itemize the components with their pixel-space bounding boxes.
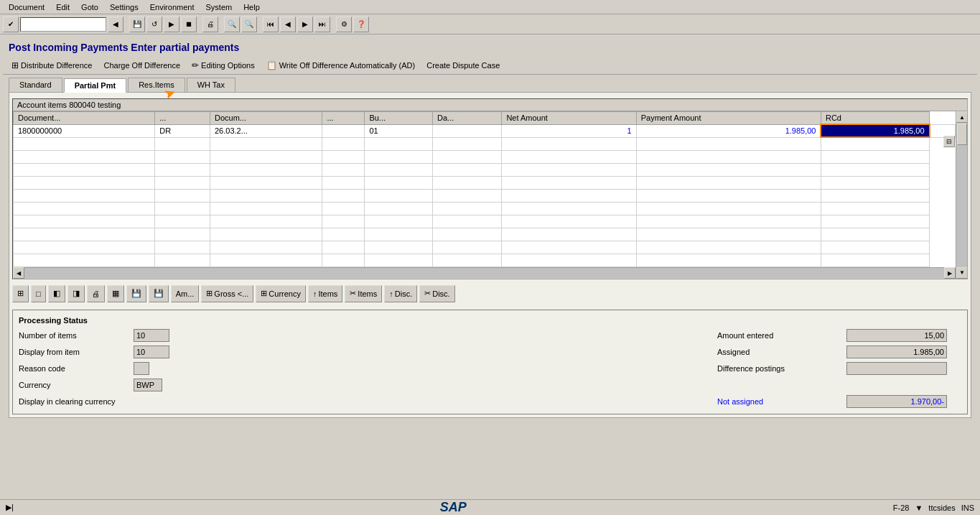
- tab-partial-pmt[interactable]: Partial Pmt: [64, 78, 126, 93]
- table-row: [14, 189, 956, 202]
- tab-wh-tax[interactable]: WH Tax: [187, 78, 235, 92]
- func-btn-4[interactable]: ◨: [67, 285, 85, 302]
- amount-entered-input[interactable]: [846, 329, 947, 342]
- assigned-input[interactable]: [846, 345, 947, 358]
- func-icon-1: ⊞: [17, 289, 24, 298]
- distribute-icon: ⊞: [11, 60, 19, 70]
- not-assigned-link[interactable]: Not assigned: [717, 397, 846, 406]
- difference-postings-label: Difference postings: [717, 364, 846, 373]
- func-icon-4: ◨: [73, 289, 80, 298]
- save-btn[interactable]: 💾: [129, 17, 145, 32]
- refresh-btn[interactable]: ↺: [146, 17, 162, 32]
- cell-payment-amount[interactable]: 1.985,00: [821, 124, 929, 137]
- prev-page-btn[interactable]: ◀: [280, 17, 296, 32]
- func-btn-save1[interactable]: 💾: [126, 285, 146, 302]
- toolbar-search-input[interactable]: [20, 17, 106, 32]
- editing-options-btn[interactable]: ✏ Editing Options: [189, 60, 258, 71]
- table-row: [14, 163, 956, 176]
- insert-mode: INS: [961, 504, 974, 512]
- currency-btn[interactable]: ⊞ Currency: [256, 285, 306, 302]
- write-off-btn[interactable]: 📋 Write Off Difference Automatically (AD…: [263, 60, 419, 71]
- last-page-btn[interactable]: ⏭: [314, 17, 330, 32]
- charge-off-label: Charge Off Difference: [103, 61, 180, 70]
- col-da: Da...: [433, 112, 502, 125]
- create-dispute-btn[interactable]: Create Dispute Case: [424, 60, 503, 70]
- settings-btn[interactable]: ⚙: [336, 17, 352, 32]
- scroll-track-vertical[interactable]: [956, 123, 967, 267]
- table-settings-icon[interactable]: ⊟: [943, 136, 955, 147]
- display-clearing-label: Display in clearing currency: [19, 397, 134, 406]
- scroll-track-horizontal[interactable]: [24, 268, 944, 278]
- assigned-label: Assigned: [717, 348, 846, 356]
- col-rcd: RCd: [821, 112, 929, 125]
- number-of-items-input[interactable]: [134, 329, 169, 342]
- distribute-difference-btn[interactable]: ⊞ Distribute Difference: [9, 60, 95, 71]
- items2-btn[interactable]: ✂ Items: [345, 285, 382, 302]
- func-btn-2[interactable]: □: [31, 285, 46, 302]
- print-icon: 🖨: [92, 289, 100, 298]
- status-bar-left: ▶|: [6, 503, 14, 512]
- currency-input[interactable]: [134, 379, 162, 391]
- scroll-up-btn[interactable]: ▲: [956, 111, 968, 123]
- items2-icon: ✂: [350, 289, 356, 298]
- not-assigned-input[interactable]: [846, 395, 947, 408]
- tab-standard[interactable]: Standard: [9, 78, 62, 92]
- next-page-btn[interactable]: ▶: [297, 17, 313, 32]
- menu-document[interactable]: Document: [3, 1, 50, 13]
- print-btn[interactable]: 🖨: [202, 17, 218, 32]
- sap-logo: SAP: [14, 500, 893, 515]
- find-next-btn[interactable]: 🔍: [241, 17, 257, 32]
- scroll-down-btn[interactable]: ▼: [956, 267, 968, 279]
- stop-btn[interactable]: ⏹: [181, 17, 197, 32]
- find-btn[interactable]: 🔍: [224, 17, 240, 32]
- scroll-right-btn[interactable]: ▶: [944, 267, 956, 279]
- disc2-label: Disc.: [432, 289, 449, 298]
- checkmark-btn[interactable]: ✔: [3, 17, 19, 32]
- horizontal-scrollbar[interactable]: ◀ ▶: [13, 267, 956, 279]
- scroll-thumb[interactable]: [957, 124, 967, 145]
- difference-postings-input[interactable]: [846, 362, 947, 375]
- func-btn-print[interactable]: 🖨: [87, 285, 105, 302]
- display-from-item-input[interactable]: [134, 345, 169, 358]
- table-row: [14, 254, 956, 266]
- editing-label: Editing Options: [201, 61, 255, 70]
- sap-logo-text: SAP: [440, 500, 467, 515]
- execute-btn[interactable]: ▶: [164, 17, 179, 32]
- items1-btn[interactable]: ↑ Items: [308, 285, 342, 302]
- disc1-btn[interactable]: ↑ Disc.: [384, 285, 417, 302]
- reason-code-input[interactable]: [134, 362, 149, 375]
- gross-btn[interactable]: ⊞ Gross <...: [201, 285, 253, 302]
- disc2-btn[interactable]: ✂ Disc.: [419, 285, 454, 302]
- charge-off-difference-btn[interactable]: Charge Off Difference: [101, 60, 183, 70]
- help-btn[interactable]: ❓: [353, 17, 369, 32]
- table-row[interactable]: 1800000000 DR 26.03.2... 01 1 1.985,00 1…: [14, 124, 956, 137]
- menu-goto[interactable]: Goto: [75, 1, 104, 13]
- write-off-icon: 📋: [266, 60, 277, 70]
- menu-system[interactable]: System: [200, 1, 238, 13]
- func-btn-5[interactable]: ▦: [107, 285, 124, 302]
- transaction-dropdown-icon[interactable]: ▼: [915, 504, 923, 512]
- tab-res-items[interactable]: Res.Items: [128, 78, 185, 92]
- menu-settings[interactable]: Settings: [104, 1, 144, 13]
- menu-help[interactable]: Help: [238, 1, 266, 13]
- first-page-btn[interactable]: ⏮: [263, 17, 279, 32]
- currency-label: Currency: [19, 381, 134, 389]
- main-content: Post Incoming Payments Enter partial pay…: [0, 34, 980, 424]
- bottom-toolbar: ⊞ □ ◧ ◨ 🖨 ▦ 💾 💾 Am...: [12, 282, 968, 305]
- func-btn-1[interactable]: ⊞: [12, 285, 29, 302]
- am-btn[interactable]: Am...: [171, 285, 200, 302]
- cell-bu: 01: [365, 124, 433, 137]
- menu-edit[interactable]: Edit: [50, 1, 75, 13]
- table-title: Account items 800040 testing: [13, 99, 967, 111]
- func-btn-save2[interactable]: 💾: [149, 285, 169, 302]
- table-wrapper: Document... ... Docum... ... Bu... Da...…: [13, 111, 967, 279]
- items2-label: Items: [358, 289, 377, 298]
- gross-icon: ⊞: [206, 289, 213, 298]
- col-dots2: ...: [322, 112, 365, 125]
- func-btn-3[interactable]: ◧: [48, 285, 65, 302]
- menu-environment[interactable]: Environment: [144, 1, 200, 13]
- back-btn[interactable]: ◀: [108, 17, 123, 32]
- cell-type: DR: [155, 124, 210, 137]
- cell-da: [433, 124, 502, 137]
- scroll-left-btn[interactable]: ◀: [13, 267, 24, 279]
